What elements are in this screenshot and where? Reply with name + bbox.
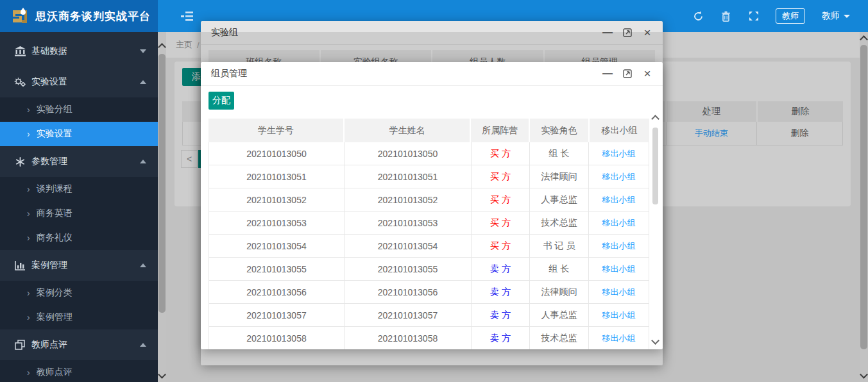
sidebar-item-negotiation-course[interactable]: › 谈判课程 (0, 177, 158, 201)
assign-button[interactable]: 分配 (208, 92, 234, 110)
expand-caret-icon (140, 160, 146, 163)
student-name-cell: 202101013057 (345, 304, 472, 326)
modal-title: 组员管理 (211, 68, 247, 79)
sidebar-nav: 基础数据 实验设置 › 实验分组 (0, 32, 158, 382)
header-actions: 教师 教师 (693, 8, 868, 24)
remove-from-group-link[interactable]: 移出小组 (602, 217, 636, 229)
app-logo-icon (10, 6, 30, 26)
remove-from-group-link[interactable]: 移出小组 (602, 263, 636, 275)
sidebar-item-label: 商务礼仪 (37, 232, 72, 244)
scroll-up-icon[interactable] (650, 113, 661, 122)
bank-icon (14, 46, 26, 57)
trash-icon[interactable] (720, 11, 731, 22)
app-screen: 思沃商务谈判实战平台 (0, 0, 868, 382)
chevron-right-icon: › (27, 208, 30, 219)
sidebar-item-experiment-settings[interactable]: 实验设置 (0, 67, 158, 97)
sidebar-item-label: 实验设置 (31, 76, 140, 88)
chevron-right-icon: › (27, 312, 30, 322)
student-name-header: 学生姓名 (345, 119, 470, 142)
restore-icon[interactable] (622, 69, 633, 79)
remove-from-group-link[interactable]: 移出小组 (602, 240, 636, 252)
role-cell: 法律顾问 (530, 165, 589, 188)
remove-cell: 移出小组 (589, 258, 649, 280)
sidebar-item-parameter-management[interactable]: 参数管理 (0, 146, 158, 177)
modal-body: 分配 学生学号 学生姓名 所属阵营 实验角色 移出小组 202101013050… (201, 86, 663, 349)
chevron-right-icon: › (27, 233, 30, 243)
remove-from-group-link[interactable]: 移出小组 (602, 286, 636, 298)
chevron-right-icon: › (27, 367, 30, 378)
table-row: 202101013052 202101013052 买 方 人事总监 移出小组 (208, 188, 649, 212)
scrollbar-thumb[interactable] (652, 128, 658, 204)
sidebar-item-business-english[interactable]: › 商务英语 (0, 201, 158, 226)
role-header: 实验角色 (530, 119, 588, 142)
remove-from-group-link[interactable]: 移出小组 (602, 171, 636, 183)
role-cell: 法律顾问 (530, 281, 589, 303)
sidebar-item-experiment-setup-active[interactable]: › 实验设置 (0, 122, 158, 146)
chevron-right-icon: › (27, 129, 30, 139)
chevron-right-icon: › (27, 288, 30, 298)
sidebar-item-basic-data[interactable]: 基础数据 (0, 36, 158, 67)
table-row: 202101013050 202101013050 买 方 组 长 移出小组 (208, 142, 649, 165)
fullscreen-icon[interactable] (748, 11, 759, 22)
remove-from-group-link[interactable]: 移出小组 (602, 333, 636, 344)
scroll-down-icon[interactable] (650, 337, 661, 346)
remove-from-group-link[interactable]: 移出小组 (602, 194, 636, 206)
remove-from-group-link[interactable]: 移出小组 (602, 310, 636, 321)
student-id-cell: 202101013054 (209, 235, 345, 257)
role-badge[interactable]: 教师 (776, 8, 805, 24)
student-id-header: 学生学号 (208, 119, 343, 142)
modal-scrollbar[interactable] (650, 113, 661, 346)
table-row: 202101013053 202101013053 买 方 技术总监 移出小组 (208, 212, 649, 235)
submenu-case-management: › 案例分类 › 案例管理 (0, 281, 158, 329)
user-menu[interactable]: 教师 (822, 10, 850, 22)
sidebar-item-label: 实验设置 (37, 128, 72, 140)
side-cell: 买 方 (472, 235, 530, 257)
sidebar-item-case-manage[interactable]: › 案例管理 (0, 305, 158, 329)
refresh-icon[interactable] (693, 11, 704, 22)
members-table-body: 202101013050 202101013050 买 方 组 长 移出小组 2… (208, 142, 649, 349)
side-cell: 卖 方 (472, 281, 530, 303)
remove-cell: 移出小组 (589, 281, 649, 303)
student-name-cell: 202101013052 (345, 188, 472, 211)
student-id-cell: 202101013050 (209, 142, 345, 165)
submenu-experiment-settings: › 实验分组 › 实验设置 (0, 97, 158, 146)
modal-titlebar: 组员管理 — × (201, 62, 663, 86)
sidebar-item-label: 教师点评 (37, 367, 72, 378)
table-row: 202101013054 202101013054 买 方 书 记 员 移出小组 (208, 235, 649, 258)
chart-icon (14, 260, 26, 271)
sidebar-item-label: 基础数据 (31, 46, 140, 57)
side-cell: 买 方 (472, 165, 530, 188)
members-table-header: 学生学号 学生姓名 所属阵营 实验角色 移出小组 (208, 119, 649, 142)
role-cell: 组 长 (530, 258, 589, 280)
sidebar-item-case-management[interactable]: 案例管理 (0, 250, 158, 281)
student-name-cell: 202101013055 (345, 258, 472, 280)
sidebar-item-label: 实验分组 (37, 104, 72, 115)
table-row: 202101013055 202101013055 卖 方 组 长 移出小组 (208, 258, 649, 281)
remove-cell: 移出小组 (589, 165, 649, 188)
side-cell: 卖 方 (472, 327, 530, 349)
sidebar-item-experiment-grouping[interactable]: › 实验分组 (0, 97, 158, 122)
sidebar-item-teacher-review[interactable]: 教师点评 (0, 329, 158, 360)
remove-from-group-link[interactable]: 移出小组 (602, 148, 636, 160)
close-icon[interactable]: × (642, 69, 652, 79)
expand-caret-icon (140, 80, 146, 84)
sidebar-toggle-icon[interactable] (181, 12, 193, 21)
sidebar-item-business-etiquette[interactable]: › 商务礼仪 (0, 226, 158, 250)
student-name-cell: 202101013056 (345, 281, 472, 303)
student-id-cell: 202101013056 (209, 281, 345, 303)
sidebar-item-teacher-review-sub[interactable]: › 教师点评 (0, 360, 158, 382)
remove-cell: 移出小组 (589, 212, 649, 234)
side-cell: 卖 方 (472, 304, 530, 326)
collapse-caret-icon (140, 49, 146, 53)
sidebar-item-label: 商务英语 (37, 208, 72, 219)
side-cell: 卖 方 (472, 258, 530, 280)
minimize-icon[interactable]: — (602, 69, 613, 79)
sidebar-item-case-category[interactable]: › 案例分类 (0, 281, 158, 305)
group-members-modal: 组员管理 — × 分配 学生学号 学生姓名 所属阵营 实验角色 (201, 62, 663, 349)
table-row: 202101013058 202101013058 卖 方 技术总监 移出小组 (208, 327, 649, 349)
sidebar-item-label: 案例分类 (37, 287, 72, 299)
role-cell: 人事总监 (530, 304, 589, 326)
user-name: 教师 (822, 10, 840, 22)
role-cell: 技术总监 (530, 327, 589, 349)
chevron-right-icon: › (27, 184, 30, 194)
